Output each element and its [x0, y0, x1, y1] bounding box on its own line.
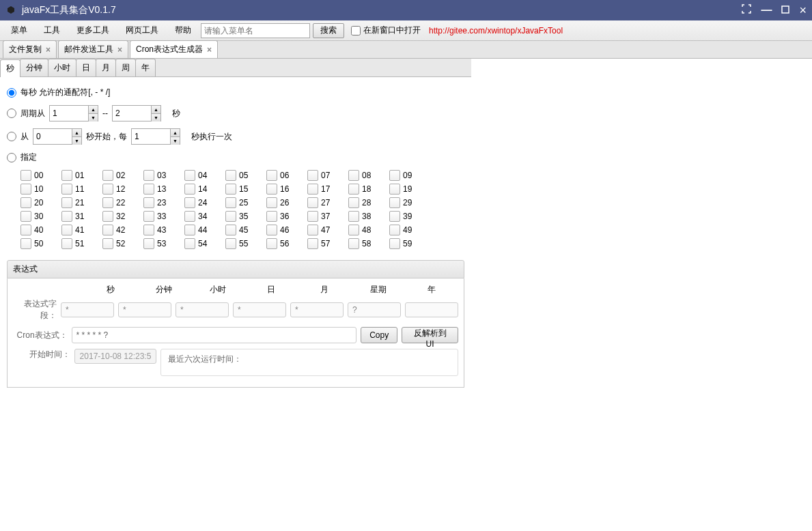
second-checkbox[interactable]: 19: [389, 184, 422, 195]
tab-cron-generator[interactable]: Cron表达式生成器 ×: [130, 40, 218, 58]
interval-step-input[interactable]: [132, 129, 170, 144]
second-checkbox[interactable]: 23: [143, 197, 176, 208]
second-checkbox[interactable]: 11: [61, 184, 94, 195]
second-checkbox[interactable]: 29: [389, 197, 422, 208]
second-checkbox[interactable]: 16: [266, 184, 299, 195]
menu-item[interactable]: 更多工具: [70, 22, 116, 39]
second-checkbox-input[interactable]: [348, 184, 359, 195]
second-checkbox-input[interactable]: [184, 211, 195, 222]
second-checkbox[interactable]: 02: [102, 170, 135, 181]
menu-item[interactable]: 网页工具: [119, 22, 165, 39]
interval-step-spinner[interactable]: ▲▼: [131, 128, 180, 145]
second-checkbox[interactable]: 31: [61, 211, 94, 222]
second-checkbox-input[interactable]: [266, 211, 277, 222]
search-button[interactable]: 搜索: [313, 23, 344, 38]
parse-to-ui-button[interactable]: 反解析到UI: [402, 327, 458, 343]
second-checkbox[interactable]: 57: [307, 238, 340, 249]
second-checkbox[interactable]: 54: [184, 238, 217, 249]
close-icon[interactable]: ×: [207, 45, 212, 55]
project-link[interactable]: http://gitee.com/xwintop/xJavaFxTool: [429, 26, 563, 35]
second-checkbox-input[interactable]: [348, 225, 359, 235]
second-checkbox[interactable]: 38: [348, 211, 381, 222]
second-checkbox-input[interactable]: [61, 170, 72, 181]
cycle-to-spinner[interactable]: ▲▼: [112, 105, 161, 121]
radio-every-second[interactable]: [7, 88, 16, 98]
second-checkbox[interactable]: 07: [307, 170, 340, 181]
start-time-input[interactable]: [74, 349, 156, 364]
second-checkbox[interactable]: 34: [184, 211, 217, 222]
cycle-from-input[interactable]: [50, 106, 88, 121]
second-checkbox[interactable]: 10: [20, 184, 53, 195]
second-checkbox[interactable]: 32: [102, 211, 135, 222]
spin-up-icon[interactable]: ▲: [152, 106, 160, 114]
second-checkbox-input[interactable]: [143, 238, 154, 249]
second-checkbox[interactable]: 46: [266, 225, 299, 235]
radio-interval[interactable]: [7, 132, 16, 141]
second-checkbox[interactable]: 33: [143, 211, 176, 222]
radio-cycle[interactable]: [7, 109, 16, 118]
second-checkbox[interactable]: 35: [225, 211, 258, 222]
second-checkbox[interactable]: 50: [20, 238, 53, 249]
tab-year[interactable]: 年: [135, 59, 156, 76]
new-window-checkbox-input[interactable]: [351, 26, 361, 35]
option-cycle[interactable]: 周期从 ▲▼ -- ▲▼ 秒: [7, 105, 464, 121]
second-checkbox[interactable]: 58: [348, 238, 381, 249]
second-checkbox[interactable]: 08: [348, 170, 381, 181]
second-checkbox-input[interactable]: [102, 184, 113, 195]
second-checkbox[interactable]: 40: [20, 225, 53, 235]
second-checkbox[interactable]: 51: [61, 238, 94, 249]
tab-month[interactable]: 月: [96, 59, 116, 76]
second-checkbox[interactable]: 24: [184, 197, 217, 208]
second-checkbox[interactable]: 17: [307, 184, 340, 195]
second-checkbox[interactable]: 37: [307, 211, 340, 222]
second-checkbox-input[interactable]: [389, 211, 400, 222]
second-checkbox-input[interactable]: [266, 225, 277, 235]
tab-day[interactable]: 日: [76, 59, 96, 76]
radio-specify[interactable]: [7, 153, 16, 162]
second-checkbox[interactable]: 20: [20, 197, 53, 208]
second-checkbox-input[interactable]: [143, 211, 154, 222]
second-checkbox[interactable]: 12: [102, 184, 135, 195]
second-checkbox-input[interactable]: [389, 197, 400, 208]
menu-item[interactable]: 帮助: [168, 22, 198, 39]
second-checkbox[interactable]: 04: [184, 170, 217, 181]
option-every-second[interactable]: 每秒 允许的通配符[, - * /]: [7, 87, 464, 98]
second-checkbox-input[interactable]: [307, 238, 318, 249]
second-checkbox-input[interactable]: [389, 225, 400, 235]
second-checkbox[interactable]: 14: [184, 184, 217, 195]
second-checkbox-input[interactable]: [102, 225, 113, 235]
second-checkbox-input[interactable]: [348, 238, 359, 249]
minimize-icon[interactable]: —: [761, 4, 772, 16]
option-interval[interactable]: 从 ▲▼ 秒开始，每 ▲▼ 秒执行一次: [7, 128, 464, 145]
second-checkbox[interactable]: 01: [61, 170, 94, 181]
cycle-from-spinner[interactable]: ▲▼: [49, 105, 98, 121]
second-checkbox-input[interactable]: [184, 238, 195, 249]
copy-button[interactable]: Copy: [361, 327, 397, 343]
second-checkbox-input[interactable]: [20, 170, 31, 181]
second-checkbox-input[interactable]: [307, 211, 318, 222]
second-checkbox-input[interactable]: [225, 225, 236, 235]
menu-item[interactable]: 菜单: [4, 22, 34, 39]
option-specify[interactable]: 指定: [7, 152, 464, 163]
second-checkbox-input[interactable]: [307, 197, 318, 208]
second-checkbox[interactable]: 45: [225, 225, 258, 235]
second-checkbox-input[interactable]: [61, 238, 72, 249]
second-checkbox[interactable]: 47: [307, 225, 340, 235]
second-checkbox[interactable]: 26: [266, 197, 299, 208]
second-checkbox-input[interactable]: [389, 184, 400, 195]
second-checkbox[interactable]: 13: [143, 184, 176, 195]
second-checkbox-input[interactable]: [225, 184, 236, 195]
second-checkbox[interactable]: 41: [61, 225, 94, 235]
tab-week[interactable]: 周: [115, 59, 136, 76]
interval-start-spinner[interactable]: ▲▼: [33, 128, 82, 145]
second-checkbox[interactable]: 53: [143, 238, 176, 249]
second-checkbox[interactable]: 22: [102, 197, 135, 208]
second-checkbox[interactable]: 05: [225, 170, 258, 181]
tab-mail-tool[interactable]: 邮件发送工具 ×: [58, 40, 128, 58]
second-checkbox[interactable]: 06: [266, 170, 299, 181]
second-checkbox[interactable]: 59: [389, 238, 422, 249]
second-checkbox-input[interactable]: [266, 170, 277, 181]
spin-up-icon[interactable]: ▲: [171, 129, 180, 137]
second-checkbox-input[interactable]: [184, 225, 195, 235]
second-checkbox[interactable]: 00: [20, 170, 53, 181]
